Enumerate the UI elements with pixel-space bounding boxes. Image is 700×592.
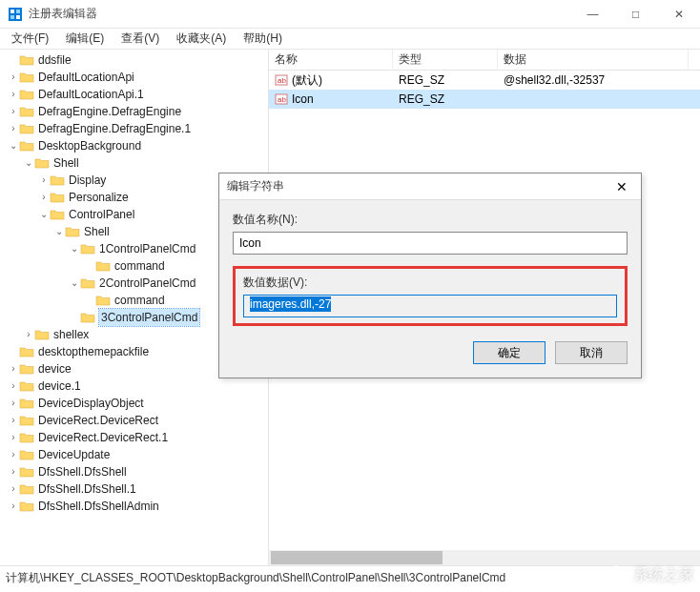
dialog-close-button[interactable]: ✕ bbox=[610, 179, 633, 194]
folder-icon bbox=[50, 208, 65, 221]
tree-item[interactable]: ›DefaultLocationApi.1 bbox=[0, 86, 268, 103]
chevron-right-icon[interactable]: › bbox=[8, 120, 19, 137]
tree-item-label: DeviceDisplayObject bbox=[38, 395, 144, 412]
list-row[interactable]: (默认)REG_SZ@shell32.dll,-32537 bbox=[269, 71, 700, 90]
close-button[interactable]: ✕ bbox=[657, 0, 700, 29]
folder-icon bbox=[19, 465, 34, 479]
chevron-right-icon[interactable]: › bbox=[8, 360, 19, 378]
menu-item[interactable]: 收藏夹(A) bbox=[169, 29, 234, 49]
chevron-right-icon[interactable]: › bbox=[8, 378, 19, 395]
chevron-down-icon[interactable]: ⌄ bbox=[53, 223, 65, 240]
value-name: (默认) bbox=[292, 73, 322, 87]
dialog-title-bar[interactable]: 编辑字符串 ✕ bbox=[219, 174, 641, 200]
tree-item[interactable]: ›DeviceRect.DeviceRect bbox=[0, 412, 268, 429]
column-header[interactable]: 数据 bbox=[498, 50, 689, 70]
chevron-down-icon[interactable]: ⌄ bbox=[69, 240, 80, 257]
chevron-right-icon[interactable]: › bbox=[38, 189, 50, 206]
window-title: 注册表编辑器 bbox=[29, 6, 571, 22]
svg-rect-2 bbox=[16, 10, 20, 13]
tree-item[interactable]: ›DefragEngine.DefragEngine bbox=[0, 103, 268, 120]
chevron-right-icon[interactable]: › bbox=[8, 395, 19, 412]
folder-icon bbox=[65, 225, 80, 238]
folder-icon bbox=[19, 448, 34, 461]
chevron-right-icon[interactable]: › bbox=[8, 103, 19, 120]
chevron-right-icon[interactable]: › bbox=[38, 172, 50, 189]
chevron-right-icon[interactable]: › bbox=[8, 86, 19, 103]
column-header[interactable]: 名称 bbox=[269, 50, 393, 70]
value-type: REG_SZ bbox=[393, 73, 498, 87]
folder-icon bbox=[19, 53, 34, 67]
tree-item-label: command bbox=[114, 292, 165, 309]
folder-icon bbox=[19, 362, 34, 376]
chevron-right-icon[interactable]: › bbox=[8, 446, 19, 463]
folder-icon bbox=[50, 174, 65, 187]
tree-item-label: shellex bbox=[53, 326, 89, 343]
chevron-right-icon[interactable]: › bbox=[8, 480, 19, 498]
status-path: 计算机\HKEY_CLASSES_ROOT\DesktopBackground\… bbox=[6, 570, 505, 586]
svg-rect-1 bbox=[10, 10, 14, 13]
value-data-label: 数值数据(V): bbox=[243, 275, 617, 291]
chevron-right-icon[interactable]: › bbox=[8, 498, 19, 515]
tree-item[interactable]: ›DeviceDisplayObject bbox=[0, 395, 268, 412]
folder-icon bbox=[19, 345, 34, 358]
chevron-right-icon[interactable]: › bbox=[8, 412, 19, 429]
chevron-down-icon[interactable]: ⌄ bbox=[38, 206, 50, 223]
cancel-button[interactable]: 取消 bbox=[555, 341, 628, 364]
menu-item[interactable]: 帮助(H) bbox=[236, 29, 290, 49]
chevron-down-icon[interactable]: ⌄ bbox=[8, 137, 19, 154]
tree-item-label: DefragEngine.DefragEngine bbox=[38, 103, 181, 120]
value-name-label: 数值名称(N): bbox=[233, 212, 628, 228]
folder-icon bbox=[19, 139, 34, 153]
list-row[interactable]: IconREG_SZ bbox=[269, 90, 700, 109]
ok-button[interactable]: 确定 bbox=[473, 341, 546, 364]
value-data-input[interactable]: imageres.dll,-27 bbox=[243, 295, 617, 317]
tree-item-label: desktopthemepackfile bbox=[38, 343, 149, 360]
chevron-right-icon[interactable]: › bbox=[23, 326, 34, 343]
reg-string-icon bbox=[275, 73, 288, 87]
tree-item[interactable]: ›device.1 bbox=[0, 378, 268, 395]
chevron-right-icon[interactable]: › bbox=[8, 429, 19, 446]
folder-icon bbox=[80, 242, 95, 255]
chevron-down-icon[interactable]: ⌄ bbox=[23, 154, 34, 172]
column-header[interactable]: 类型 bbox=[393, 50, 498, 70]
horizontal-scrollbar[interactable] bbox=[269, 550, 700, 565]
scrollbar-thumb[interactable] bbox=[271, 551, 443, 564]
value-data: @shell32.dll,-32537 bbox=[498, 73, 689, 87]
tree-item-label: ControlPanel bbox=[69, 206, 134, 223]
tree-item[interactable]: ›DeviceUpdate bbox=[0, 446, 268, 463]
folder-icon bbox=[34, 328, 50, 341]
tree-item[interactable]: ›DefragEngine.DefragEngine.1 bbox=[0, 120, 268, 137]
value-name-input[interactable] bbox=[233, 232, 628, 255]
tree-item[interactable]: ›DfsShell.DfsShell.1 bbox=[0, 480, 268, 498]
tree-item-label: DfsShell.DfsShellAdmin bbox=[38, 498, 159, 515]
tree-item-label: DefragEngine.DefragEngine.1 bbox=[38, 120, 191, 137]
tree-item-label: 1ControlPanelCmd bbox=[99, 240, 196, 257]
folder-icon bbox=[19, 397, 34, 410]
tree-item-label: DesktopBackground bbox=[38, 137, 141, 154]
tree-item[interactable]: ›DfsShell.DfsShell bbox=[0, 463, 268, 480]
tree-item-label: ddsfile bbox=[38, 51, 72, 69]
tree-item[interactable]: ›DefaultLocationApi bbox=[0, 69, 268, 86]
tree-item-label: device bbox=[38, 360, 72, 378]
chevron-right-icon[interactable]: › bbox=[8, 463, 19, 480]
tree-item-label: DfsShell.DfsShell bbox=[38, 463, 127, 480]
chevron-down-icon[interactable]: ⌄ bbox=[69, 275, 80, 292]
menu-item[interactable]: 文件(F) bbox=[4, 29, 56, 49]
maximize-button[interactable]: □ bbox=[614, 0, 657, 29]
edit-string-dialog: 编辑字符串 ✕ 数值名称(N): 数值数据(V): imageres.dll,-… bbox=[218, 173, 642, 378]
menu-item[interactable]: 编辑(E) bbox=[58, 29, 112, 49]
chevron-right-icon[interactable]: › bbox=[8, 69, 19, 86]
tree-item[interactable]: ›DfsShell.DfsShellAdmin bbox=[0, 498, 268, 515]
folder-icon bbox=[19, 414, 34, 427]
tree-item[interactable]: ⌄DesktopBackground bbox=[0, 137, 268, 154]
tree-item[interactable]: ddsfile bbox=[0, 51, 268, 69]
tree-item[interactable]: ›DeviceRect.DeviceRect.1 bbox=[0, 429, 268, 446]
minimize-button[interactable]: — bbox=[571, 0, 614, 29]
tree-item[interactable]: ⌄Shell bbox=[0, 154, 268, 172]
tree-item-label: DeviceRect.DeviceRect bbox=[38, 412, 158, 429]
tree-item-label: Shell bbox=[84, 223, 110, 240]
tree-item-label: DeviceRect.DeviceRect.1 bbox=[38, 429, 168, 446]
menu-bar: 文件(F)编辑(E)查看(V)收藏夹(A)帮助(H) bbox=[0, 29, 700, 50]
menu-item[interactable]: 查看(V) bbox=[113, 29, 167, 49]
folder-icon bbox=[19, 105, 34, 118]
